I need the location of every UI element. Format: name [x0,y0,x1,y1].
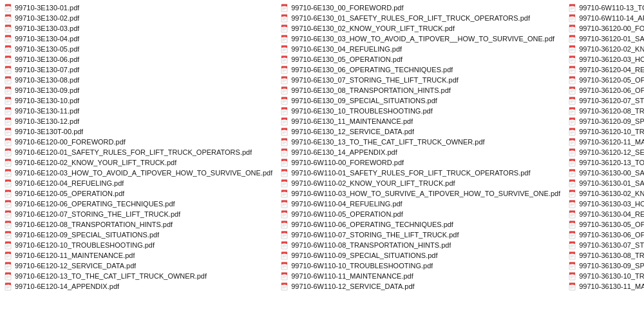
list-item[interactable]: PDF 99710-6E130_05_OPERATION.pdf [279,54,562,64]
svg-text:PDF: PDF [571,180,574,182]
list-item[interactable]: PDF 99710-6E120-03_HOW_TO_AVOID_A_TIPOVE… [3,168,274,178]
list-item[interactable]: PDF 99710-6E120-08_TRANSPORTATION_HINTS.… [3,219,274,230]
list-item[interactable]: PDF 99710-6W110-04_REFUELING.pdf [279,199,562,209]
list-item[interactable]: PDF 99710-6W110-12_SERVICE_DATA.pdf [279,281,562,292]
file-name: 99710-6W110-14_APPENDIX.pdf [579,14,644,22]
list-item[interactable]: PDF 99710-6W110-11_MAINTENANCE.pdf [279,271,562,281]
list-item[interactable]: PDF 99710-6W110-13_TO_THE_CAT_LIFT_TRUCK… [567,3,644,13]
list-item[interactable]: PDF 99710-3E130-01.pdf [3,3,274,13]
list-item[interactable]: PDF 99710-36130-02_KNOW_YOUR_LIFT_TRUCK.… [567,188,644,199]
list-item[interactable]: PDF 99710-6E120-14_APPENDIX.pdf [3,281,274,292]
list-item[interactable]: PDF 99710-3E130-07.pdf [3,64,274,75]
list-item[interactable]: PDF 99710-6W110-08_TRANSPORTATION_HINTS.… [279,240,562,250]
list-item[interactable]: PDF 99710-36120-07_STORING_THE_LIFT_TRUC… [567,95,644,106]
pdf-icon: PDF [568,189,577,198]
list-item[interactable]: PDF 99710-36120-01_SAFETY_RULES_FOR_LIFT… [567,34,644,44]
svg-text:PDF: PDF [6,108,10,110]
list-item[interactable]: PDF 99710-36130-08_TRANSPORTATION_HINTS.… [567,250,644,261]
list-item[interactable]: PDF 99710-3E130T-00.pdf [3,126,274,137]
list-item[interactable]: PDF 99710-6E130_00_FOREWORD.pdf [279,3,562,13]
list-item[interactable]: PDF 99710-3E130-06.pdf [3,54,274,64]
list-item[interactable]: PDF 99710-36130-00_SAFETY_RULES_FOR_LIFT… [567,168,644,178]
list-item[interactable]: PDF 99710-36120-12_SERVICE_DATA.pdf [567,147,644,157]
list-item[interactable]: PDF 99710-36120-03_HOW_TO_AVOID_A_TIPOVE… [567,54,644,64]
list-item[interactable]: PDF 99710-36120-00_FOREWORD.pdf [567,23,644,34]
list-item[interactable]: PDF 99710-6E120-10_TROUBLESHOOTING.pdf [3,240,274,250]
list-item[interactable]: PDF 99710-6W110-02_KNOW_YOUR_LIFT_TRUCK.… [279,178,562,188]
list-item[interactable]: PDF 99710-36120-09_SPECIAL_SITUATIONS.pd… [567,116,644,126]
list-item[interactable]: PDF 99710-6E120-12_SERVICE_DATA.pdf [3,261,274,271]
list-item[interactable]: PDF 99710-36130-11_MAINTENANCE.pdf [567,281,644,292]
pdf-icon: PDF [280,3,289,12]
pdf-icon: PDF [4,210,13,219]
list-item[interactable]: PDF 99710-6W110-07_STORING_THE_LIFT_TRUC… [279,230,562,240]
list-item[interactable]: PDF 99710-36120-06_OPERATING_TECHNIQUES.… [567,85,644,95]
list-item[interactable]: PDF 99710-36120-13_TO_THE_CAT_LIFT_TRUCK… [567,157,644,168]
list-item[interactable]: PDF 99710-6W110-14_APPENDIX.pdf [567,13,644,23]
list-item[interactable]: PDF 99710-3E130-02.pdf [3,13,274,23]
list-item[interactable]: PDF 99710-36120-08_TRANSPORTATION_HINTS.… [567,106,644,116]
list-item[interactable]: PDF 99710-6W110-09_SPECIAL_SITUATIONS.pd… [279,250,562,261]
list-item[interactable]: PDF 99710-6E120-07_STORING_THE_LIFT_TRUC… [3,209,274,219]
list-item[interactable]: PDF 99710-36130-06_OPERATING_TECHNIQUES.… [567,230,644,240]
list-item[interactable]: PDF 99710-6E130_06_OPERATING_TECHNIQUES.… [279,64,562,75]
list-item[interactable]: PDF 99710-6E120-02_KNOW_YOUR_LIFT_TRUCK.… [3,157,274,168]
list-item[interactable]: PDF 99710-36120-02_KNOW_YOUR_LIFT_TRUCK.… [567,44,644,54]
svg-text:PDF: PDF [6,232,10,233]
list-item[interactable]: PDF 99710-36130-09_SPECIAL_SITUATIONS.pd… [567,261,644,271]
list-item[interactable]: PDF 99710-36130-10_TROUBLESHOOTING.pdf [567,271,644,281]
file-name: 99710-36120-07_STORING_THE_LIFT_TRUCK.pd… [579,97,644,104]
list-item[interactable]: PDF 99710-6E130_03_HOW_TO_AVOID_A_TIPOVE… [279,34,562,44]
list-item[interactable]: PDF 99710-3E130-12.pdf [3,116,274,126]
list-item[interactable]: PDF 99710-6E120-09_SPECIAL_SITUATIONS.pd… [3,230,274,240]
list-item[interactable]: PDF 99710-6E130_13_TO_THE_CAT_LIFT_TRUCK… [279,137,562,147]
list-item[interactable]: PDF 99710-36120-11_MAINTENANCE.pdf [567,137,644,147]
list-item[interactable]: PDF 99710-3E130-11.pdf [3,106,274,116]
list-item[interactable]: PDF 99710-6E130_10_TROUBLESHOOTING.pdf [279,106,562,116]
list-item[interactable]: PDF 99710-36120-10_TROUBLESHOOTING.pdf [567,126,644,137]
list-item[interactable]: PDF 99710-3E130-03.pdf [3,23,274,34]
list-item[interactable]: PDF 99710-6E130_04_REFUELING.pdf [279,44,562,54]
pdf-icon: PDF [568,65,577,74]
list-item[interactable]: PDF 99710-36120-04_REFUELING.pdf [567,64,644,75]
list-item[interactable]: PDF 99710-36130-07_STORING_THE_LIFT_TRUC… [567,240,644,250]
list-item[interactable]: PDF 99710-6E130_14_APPENDIX.pdf [279,147,562,157]
list-item[interactable]: PDF 99710-3E130-04.pdf [3,34,274,44]
list-item[interactable]: PDF 99710-6E120-00_FOREWORD.pdf [3,137,274,147]
list-item[interactable]: PDF 99710-6E120-05_OPERATION.pdf [3,188,274,199]
list-item[interactable]: PDF 99710-6W110-00_FOREWORD.pdf [279,157,562,168]
list-item[interactable]: PDF 99710-6W110-06_OPERATING_TECHNIQUES.… [279,219,562,230]
list-item[interactable]: PDF 99710-6E130_09_SPECIAL_SITUATIONS.pd… [279,95,562,106]
file-name: 99710-6E120-06_OPERATING_TECHNIQUES.pdf [15,200,175,208]
svg-text:PDF: PDF [571,97,574,99]
list-item[interactable]: PDF 99710-6W110-03_HOW_TO_SURVIVE_A_TIPO… [279,188,562,199]
list-item[interactable]: PDF 99710-6E130_01_SAFETY_RULES_FOR_LIFT… [279,13,562,23]
list-item[interactable]: PDF 99710-6E120-01_SAFETY_RULES_FOR_LIFT… [3,147,274,157]
list-item[interactable]: PDF 99710-3E130-09.pdf [3,85,274,95]
list-item[interactable]: PDF 99710-3E130-05.pdf [3,44,274,54]
list-item[interactable]: PDF 99710-6E130_07_STORING_THE_LIFT_TRUC… [279,75,562,85]
list-item[interactable]: PDF 99710-6E130_11_MAINTENANCE.pdf [279,116,562,126]
list-item[interactable]: PDF 99710-6E130_12_SERVICE_DATA.pdf [279,126,562,137]
list-item[interactable]: PDF 99710-6W110-05_OPERATION.pdf [279,209,562,219]
svg-text:PDF: PDF [571,15,574,17]
list-item[interactable]: PDF 99710-6E120-04_REFUELING.pdf [3,178,274,188]
list-item[interactable]: PDF 99710-3E130-08.pdf [3,75,274,85]
list-item[interactable]: PDF 99710-36130-04_REFUELING.pdf [567,209,644,219]
list-item[interactable]: PDF 99710-3E130-10.pdf [3,95,274,106]
svg-text:PDF: PDF [571,87,574,89]
svg-text:PDF: PDF [571,190,574,192]
list-item[interactable]: PDF 99710-6E130_08_TRANSPORTATION_HINTS.… [279,85,562,95]
list-item[interactable]: PDF 99710-6W110-10_TROUBLESHOOTING.pdf [279,261,562,271]
file-name: 99710-6W110-10_TROUBLESHOOTING.pdf [291,262,433,270]
list-item[interactable]: PDF 99710-6E120-06_OPERATING_TECHNIQUES.… [3,199,274,209]
list-item[interactable]: PDF 99710-36130-05_OPERATION.pdf [567,219,644,230]
list-item[interactable]: PDF 99710-6W110-01_SAFETY_RULES_FOR_LIFT… [279,168,562,178]
list-item[interactable]: PDF 99710-6E120-11_MAINTENANCE.pdf [3,250,274,261]
list-item[interactable]: PDF 99710-36130-01_SAFETY_RULES_FOR_LIFT… [567,178,644,188]
file-name: 99710-3E130-06.pdf [15,55,79,63]
list-item[interactable]: PDF 99710-6E120-13_TO_THE_CAT_LIFT_TRUCK… [3,271,274,281]
list-item[interactable]: PDF 99710-36130-03_HOW_TO_AVOID_A_TIPOVE… [567,199,644,209]
list-item[interactable]: PDF 99710-6E130_02_KNOW_YOUR_LIFT_TRUCK.… [279,23,562,34]
list-item[interactable]: PDF 99710-36120-05_OPERATION.pdf [567,75,644,85]
